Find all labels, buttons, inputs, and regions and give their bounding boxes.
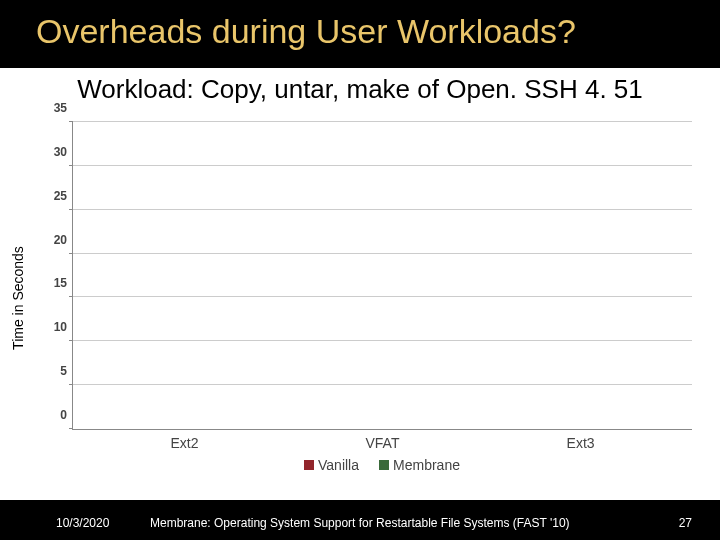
gridline (73, 165, 692, 166)
footer-caption: Membrane: Operating System Support for R… (150, 516, 570, 530)
plot-area: 0 5 10 15 20 25 30 (72, 122, 692, 430)
gridline (73, 384, 692, 385)
chart: Time in Seconds 0 5 10 15 20 25 (30, 122, 692, 474)
slide: Overheads during User Workloads? Workloa… (0, 0, 720, 540)
y-tick: 15 (54, 276, 73, 290)
y-axis-label: Time in Seconds (10, 246, 26, 350)
y-tick: 10 (54, 320, 73, 334)
footer-date: 10/3/2020 (56, 516, 109, 530)
y-tick: 35 (54, 101, 73, 115)
legend: Vanilla Membrane (72, 456, 692, 474)
footer-page: 27 (679, 516, 692, 530)
x-tick-label: VFAT (366, 435, 400, 451)
gridline (73, 296, 692, 297)
y-tick-mark (69, 121, 73, 122)
y-tick: 25 (54, 189, 73, 203)
gridline (73, 209, 692, 210)
gridline (73, 253, 692, 254)
x-tick-label: Ext2 (170, 435, 198, 451)
legend-swatch-membrane (379, 460, 389, 470)
gridline (73, 121, 692, 122)
slide-subtitle: Workload: Copy, untar, make of Open. SSH… (0, 74, 720, 105)
y-tick-mark (69, 340, 73, 341)
y-tick: 0 (60, 408, 73, 422)
y-tick-mark (69, 209, 73, 210)
legend-swatch-vanilla (304, 460, 314, 470)
legend-label: Membrane (393, 457, 460, 473)
y-tick-mark (69, 296, 73, 297)
gridline (73, 340, 692, 341)
y-tick: 30 (54, 145, 73, 159)
footer: 10/3/2020 Membrane: Operating System Sup… (0, 510, 720, 530)
legend-item-vanilla: Vanilla (304, 456, 359, 474)
y-tick: 5 (60, 364, 73, 378)
content-area: Workload: Copy, untar, make of Open. SSH… (0, 68, 720, 500)
x-tick-label: Ext3 (567, 435, 595, 451)
legend-item-membrane: Membrane (379, 456, 460, 474)
y-tick: 20 (54, 233, 73, 247)
y-tick-mark (69, 384, 73, 385)
y-tick-mark (69, 253, 73, 254)
y-tick-mark (69, 165, 73, 166)
legend-label: Vanilla (318, 457, 359, 473)
slide-title: Overheads during User Workloads? (0, 12, 720, 51)
y-tick-mark (69, 428, 73, 429)
